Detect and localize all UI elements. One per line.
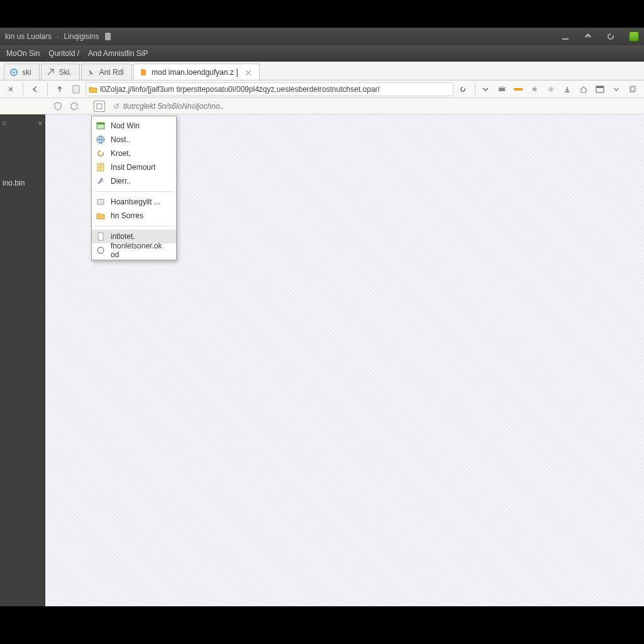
- window-icon: [96, 121, 106, 131]
- titlebar: kin us Luolars · Linqigisins: [0, 28, 644, 45]
- arrow-icon: [47, 68, 55, 77]
- split-view: × ino.bin Nod Win: [0, 114, 644, 606]
- ctx-separator: [94, 226, 174, 226]
- ctx-label: Nod Win: [111, 121, 140, 130]
- tool-icon: [96, 176, 106, 186]
- tab-0[interactable]: ski: [4, 64, 40, 80]
- menu-item-2[interactable]: And Amnistfin SiP: [88, 49, 148, 58]
- home-icon[interactable]: [579, 85, 589, 94]
- ctx-item-fnon[interactable]: fnonletsoner.ok od: [92, 243, 176, 257]
- ctx-label: Dierr..: [111, 177, 131, 186]
- search-prefix-icon: ↺: [113, 102, 119, 111]
- sidebar-close-icon[interactable]: ×: [38, 119, 42, 127]
- chevron-down-icon[interactable]: [611, 85, 621, 94]
- context-menu: Nod Win Nost.. Kroet,: [91, 116, 177, 260]
- ctx-label: Hoanlsegylit ...: [111, 197, 160, 206]
- ctx-item-hoan[interactable]: Hoanlsegylit ...: [92, 195, 176, 209]
- tab-label: ski: [22, 68, 31, 77]
- gear-icon: [9, 68, 18, 77]
- menubar: MoOn Sin Quritold / And Amnistfin SiP: [0, 45, 644, 62]
- tab-3[interactable]: mod iman.loendgufyan.z ]: [133, 64, 260, 80]
- refresh-icon[interactable]: [606, 32, 615, 41]
- svg-rect-17: [98, 233, 103, 240]
- note-icon: [96, 162, 106, 172]
- box-icon: [96, 197, 106, 207]
- client-area: ski Ski. Ant Rdi mod iman.loendgufyan.z …: [0, 62, 644, 606]
- ctx-item-nost[interactable]: Nost..: [92, 133, 176, 147]
- folder-icon: [96, 211, 106, 221]
- tabstrip: ski Ski. Ant Rdi mod iman.loendgufyan.z …: [0, 62, 644, 80]
- tab-2[interactable]: Ant Rdi: [81, 64, 132, 80]
- ctx-item-dierr[interactable]: Dierr..: [92, 174, 176, 188]
- refresh-icon: [96, 148, 106, 158]
- sidebar: × ino.bin: [0, 114, 45, 606]
- sparkle-icon[interactable]: [546, 85, 556, 94]
- separator: [475, 83, 475, 96]
- ctx-label: Kroet,: [111, 149, 131, 158]
- svg-rect-6: [500, 86, 504, 88]
- svg-rect-16: [97, 199, 104, 204]
- ctx-item-new-window[interactable]: Nod Win: [92, 119, 176, 133]
- searchbar: ↺: [0, 98, 644, 114]
- collapse-button[interactable]: [4, 82, 18, 96]
- hex-icon[interactable]: [68, 100, 80, 113]
- doc-icon: [96, 231, 106, 242]
- back-button[interactable]: [28, 82, 42, 96]
- tab-label: Ski.: [59, 68, 72, 77]
- window-icon[interactable]: [595, 85, 605, 94]
- app-name: kin us Luolars: [5, 32, 52, 41]
- title-sep: ·: [57, 32, 58, 41]
- svg-rect-0: [105, 33, 111, 40]
- toolbar-right: [480, 85, 640, 94]
- doc-name: Linqigisins: [64, 32, 99, 41]
- separator: [47, 83, 48, 96]
- tab-label: Ant Rdi: [99, 68, 124, 77]
- svg-rect-11: [97, 104, 102, 109]
- ctx-separator: [94, 191, 174, 192]
- star-icon[interactable]: [530, 85, 540, 94]
- navbar: l0Zoljaz,j/linfo/[jalf3um tirperstteposa…: [0, 80, 644, 98]
- search-input[interactable]: [123, 100, 312, 113]
- menu-item-1[interactable]: Quritold /: [48, 49, 79, 58]
- tab-1[interactable]: Ski.: [41, 64, 80, 80]
- copy-icon[interactable]: [628, 85, 638, 94]
- svg-rect-4: [73, 86, 79, 93]
- orange-marker-icon[interactable]: [513, 85, 523, 94]
- pin-icon: [87, 68, 96, 77]
- close-icon[interactable]: [245, 69, 252, 75]
- svg-point-18: [97, 247, 104, 253]
- dropdown-icon[interactable]: [480, 85, 491, 94]
- minimize-icon[interactable]: [561, 32, 570, 41]
- content-area[interactable]: Nod Win Nost.. Kroet,: [45, 114, 644, 606]
- ctx-item-sorres[interactable]: hn Sorres: [92, 209, 176, 223]
- import-icon[interactable]: [562, 85, 572, 94]
- ctx-item-insit[interactable]: Insit Demourt: [92, 160, 176, 174]
- browser-window: kin us Luolars · Linqigisins MoOn Sin Qu…: [0, 28, 644, 606]
- reload-button[interactable]: [456, 82, 470, 96]
- new-window-icon[interactable]: [93, 100, 106, 113]
- svg-point-3: [13, 71, 15, 74]
- sidebar-item[interactable]: ino.bin: [3, 179, 25, 187]
- separator: [23, 83, 23, 96]
- ctx-label: hn Sorres: [111, 211, 143, 220]
- up-button[interactable]: [53, 82, 67, 96]
- ctx-label: Nost..: [111, 135, 130, 144]
- menu-item-0[interactable]: MoOn Sin: [6, 49, 40, 58]
- svg-rect-8: [596, 86, 604, 88]
- maximize-icon[interactable]: [584, 32, 592, 41]
- circle-icon: [96, 245, 106, 255]
- print-icon[interactable]: [497, 85, 507, 94]
- book-icon[interactable]: [69, 82, 83, 96]
- sidebar-item-label: ino.bin: [3, 179, 25, 187]
- url-text: l0Zoljaz,j/linfo/[jalf3um tirperstteposa…: [100, 85, 380, 94]
- ctx-label: intlotet.: [111, 232, 135, 241]
- page-icon: [139, 68, 148, 77]
- globe-icon: [96, 135, 106, 145]
- shield-icon[interactable]: [52, 100, 64, 113]
- tab-label: mod iman.loendgufyan.z ]: [152, 68, 238, 77]
- status-icon: [629, 31, 639, 42]
- sidebar-toggle-icon[interactable]: [3, 121, 6, 125]
- ctx-label: Insit Demourt: [111, 163, 155, 172]
- ctx-item-kroet[interactable]: Kroet,: [92, 147, 176, 160]
- url-bar[interactable]: l0Zoljaz,j/linfo/[jalf3um tirperstteposa…: [86, 82, 453, 96]
